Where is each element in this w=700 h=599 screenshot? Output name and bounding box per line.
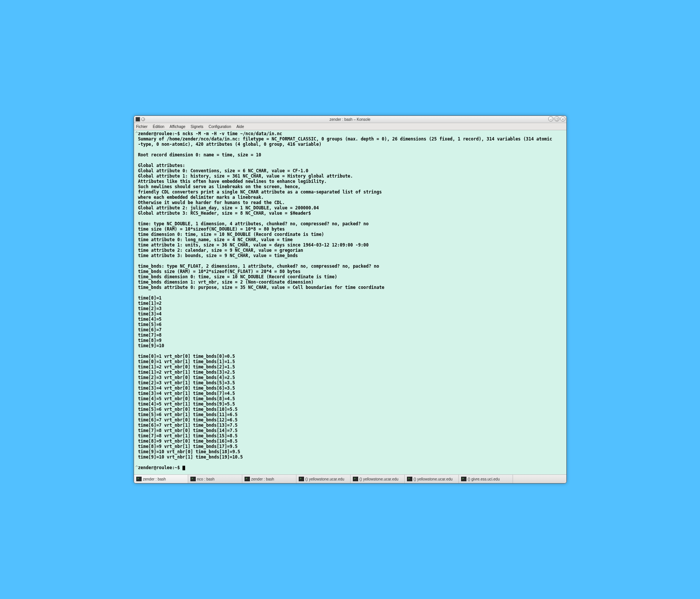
output-line xyxy=(136,147,565,152)
menu-configuration[interactable]: Configuration xyxy=(209,125,231,129)
shade-icon[interactable] xyxy=(141,117,145,121)
output-line: time size (RAM) = 10*sizeof(NC_DOUBLE) =… xyxy=(136,226,565,232)
output-line: time[3]=4 vrt_nbr[0] time_bnds[6]=3.5 xyxy=(136,385,565,391)
output-line: time[5]=6 vrt_nbr[1] time_bnds[11]=6.5 xyxy=(136,412,565,417)
output-line: time attribute 3: bounds, size = 9 NC_CH… xyxy=(136,253,565,258)
terminal-icon xyxy=(407,477,412,481)
tab-label: zender : bash xyxy=(251,477,274,481)
output-line: Global attribute 1: history, size = 361 … xyxy=(136,173,565,179)
konsole-window: zender : bash – Konsole – ▢ × Fichier Éd… xyxy=(134,115,567,484)
output-line: time[9]=10 xyxy=(136,343,565,348)
output-line: time: type NC_DOUBLE, 1 dimension, 4 att… xyxy=(136,221,565,226)
terminal-viewport[interactable]: ^zender@roulee:~$ ncks -M -m -H -v time … xyxy=(134,130,566,474)
output-line: time[9]=10 vrt_nbr[1] time_bnds[19]=10.5 xyxy=(136,454,565,460)
menubar: Fichier Édition Affichage Signets Config… xyxy=(134,123,566,130)
tab-session-2[interactable]: nco : bash xyxy=(188,475,242,483)
output-line: Such newlines should serve as linebreaks… xyxy=(136,184,565,189)
tab-label: () yellowstone.ucar.edu xyxy=(306,477,345,481)
output-line: time attribute 0: long_name, size = 4 NC… xyxy=(136,237,565,242)
tab-label: () yellowstone.ucar.edu xyxy=(414,477,453,481)
menu-edition[interactable]: Édition xyxy=(153,125,165,129)
taskbar: zender : bash nco : bash zender : bash (… xyxy=(134,474,566,483)
output-line: time[8]=9 vrt_nbr[1] time_bnds[17]=9.5 xyxy=(136,444,565,449)
tab-label: zender : bash xyxy=(143,477,166,481)
output-line: time[3]=4 xyxy=(136,311,565,317)
output-line: time[4]=5 vrt_nbr[0] time_bnds[8]=4.5 xyxy=(136,396,565,401)
maximize-button[interactable]: ▢ xyxy=(554,116,560,122)
menu-aide[interactable]: Aide xyxy=(236,125,244,129)
menu-fichier[interactable]: Fichier xyxy=(136,125,148,129)
output-line: time dimension 0: time, size = 10 NC_DOU… xyxy=(136,232,565,237)
tab-session-1[interactable]: zender : bash xyxy=(134,475,188,483)
tab-session-7[interactable]: () givre.ess.uci.edu xyxy=(459,475,513,483)
tab-session-3[interactable]: zender : bash xyxy=(242,475,296,483)
cursor xyxy=(182,466,185,470)
output-line: time[2]=3 xyxy=(136,306,565,311)
output-line: time[5]=6 vrt_nbr[0] time_bnds[10]=5.5 xyxy=(136,407,565,412)
output-line: where each embedded delimiter marks a li… xyxy=(136,195,565,200)
tab-label: () givre.ess.uci.edu xyxy=(468,477,500,481)
titlebar[interactable]: zender : bash – Konsole – ▢ × xyxy=(134,116,566,123)
app-icon xyxy=(136,117,140,122)
prompt: zender@roulee:~$ xyxy=(138,131,182,136)
terminal-icon xyxy=(136,477,142,481)
tab-session-4[interactable]: () yellowstone.ucar.edu xyxy=(296,475,351,483)
output-line: time[3]=4 vrt_nbr[1] time_bnds[7]=4.5 xyxy=(136,391,565,396)
entered-command: ncks -M -m -H -v time ~/nco/data/in.nc xyxy=(182,131,282,136)
output-line: time[7]=8 vrt_nbr[1] time_bnds[15]=8.5 xyxy=(136,433,565,438)
output-line xyxy=(136,258,565,264)
output-line xyxy=(136,216,565,221)
output-line: Summary of /home/zender/nco/data/in.nc: … xyxy=(136,136,565,142)
output-line: time[4]=5 xyxy=(136,317,565,322)
output-line: time[2]=3 vrt_nbr[0] time_bnds[4]=2.5 xyxy=(136,375,565,380)
output-line: time attribute 1: units, size = 36 NC_CH… xyxy=(136,242,565,248)
tab-session-5[interactable]: () yellowstone.ucar.edu xyxy=(351,475,405,483)
tab-label: () yellowstone.ucar.edu xyxy=(360,477,399,481)
output-line: Global attributes: xyxy=(136,163,565,168)
output-line: time_bnds attribute 0: purpose, size = 3… xyxy=(136,285,565,290)
output-line: time[0]=1 vrt_nbr[1] time_bnds[1]=1.5 xyxy=(136,359,565,364)
terminal-icon xyxy=(190,477,196,481)
terminal-icon xyxy=(353,477,358,481)
output-line: time[8]=9 xyxy=(136,338,565,343)
output-line xyxy=(136,158,565,163)
output-line: friendly CDL converters print a single N… xyxy=(136,189,565,195)
output-line: time[0]=1 xyxy=(136,295,565,301)
terminal-icon xyxy=(461,477,466,481)
output-line: -type, 0 non-atomic), 420 attributes (4 … xyxy=(136,142,565,147)
output-line: time[8]=9 vrt_nbr[0] time_bnds[16]=8.5 xyxy=(136,438,565,444)
terminal-icon xyxy=(245,477,250,481)
output-line: Root record dimension 0: name = time, si… xyxy=(136,152,565,158)
output-line: time[4]=5 vrt_nbr[1] time_bnds[9]=5.5 xyxy=(136,401,565,407)
output-line xyxy=(136,348,565,354)
output-line: Global attribute 2: julian_day, size = 1… xyxy=(136,205,565,211)
output-line: time_bnds size (RAM) = 10*2*sizeof(NC_FL… xyxy=(136,269,565,274)
close-button[interactable]: × xyxy=(560,116,566,122)
output-line: Otherwise it would be harder for humans … xyxy=(136,200,565,205)
output-line: time attribute 2: calendar, size = 9 NC_… xyxy=(136,248,565,253)
output-line: time[9]=10 vrt_nbr[0] time_bnds[18]=9.5 xyxy=(136,449,565,454)
output-line: Attributes like this often have embedded… xyxy=(136,179,565,184)
tab-session-6[interactable]: () yellowstone.ucar.edu xyxy=(405,475,459,483)
output-line: time[0]=1 vrt_nbr[0] time_bnds[0]=0.5 xyxy=(136,354,565,359)
minimize-button[interactable]: – xyxy=(548,116,553,122)
output-line: Global attribute 3: RCS_Header, size = 8… xyxy=(136,211,565,216)
terminal-icon xyxy=(299,477,304,481)
output-line: time_bnds: type NC_FLOAT, 2 dimensions, … xyxy=(136,264,565,269)
output-line: time[1]=2 vrt_nbr[1] time_bnds[3]=2.5 xyxy=(136,370,565,375)
output-line: time[7]=8 xyxy=(136,332,565,338)
output-line: time[1]=2 vrt_nbr[0] time_bnds[2]=1.5 xyxy=(136,364,565,370)
output-line: time[6]=7 xyxy=(136,327,565,332)
output-line xyxy=(136,290,565,295)
menu-signets[interactable]: Signets xyxy=(191,125,203,129)
output-line: time_bnds dimension 0: time, size = 10 N… xyxy=(136,274,565,279)
output-line: time[5]=6 xyxy=(136,322,565,327)
output-line: time[6]=7 vrt_nbr[1] time_bnds[13]=7.5 xyxy=(136,423,565,428)
menu-affichage[interactable]: Affichage xyxy=(170,125,186,129)
tab-label: nco : bash xyxy=(197,477,215,481)
prompt: zender@roulee:~$ xyxy=(138,465,182,470)
window-title: zender : bash – Konsole xyxy=(134,117,566,122)
output-line: time[1]=2 xyxy=(136,301,565,306)
output-line xyxy=(136,460,565,465)
output-line: Global attribute 0: Conventions, size = … xyxy=(136,168,565,173)
